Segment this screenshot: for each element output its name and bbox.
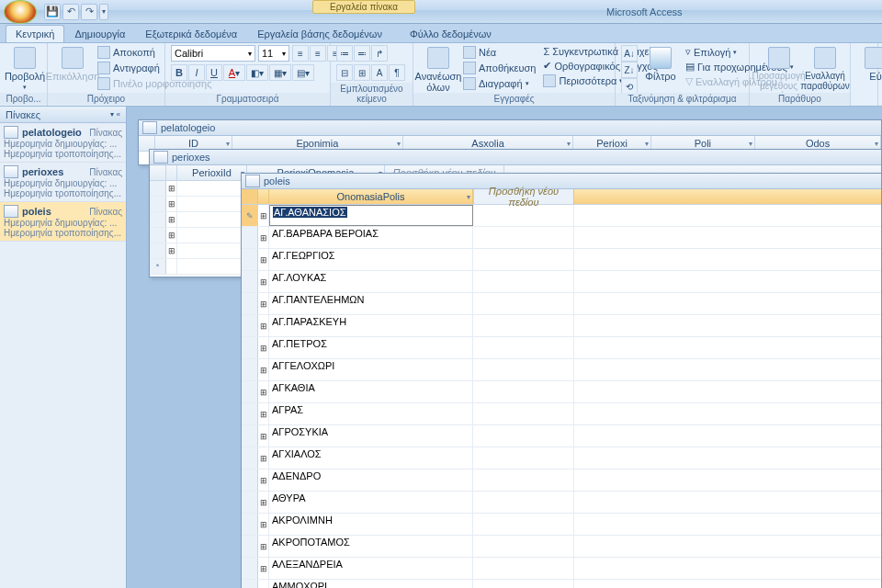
expand-button[interactable]: ⊞ [258, 558, 269, 579]
row-selector[interactable]: * [150, 259, 166, 274]
cell[interactable] [473, 271, 574, 292]
cell[interactable] [473, 403, 574, 424]
cell[interactable] [473, 536, 574, 557]
window-poleis[interactable]: poleis OnomasiaPolis▾ Προσθήκη νέου πεδί… [241, 173, 882, 588]
cell[interactable] [473, 337, 574, 358]
table-row[interactable]: ⊞ΑΓΡΟΣΥΚΙΑ [242, 425, 881, 447]
table-row[interactable]: ⊞ΑΘΥΡΑ [242, 492, 881, 514]
cell[interactable] [177, 259, 247, 274]
row-selector[interactable] [150, 243, 166, 258]
delete-record-button[interactable]: Διαγραφή ▾ [461, 76, 537, 91]
cell[interactable]: ΑΛΕΞΑΝΔΡΕΙΑ [269, 558, 473, 579]
expand-button[interactable]: ⊞ [258, 536, 269, 557]
cell[interactable] [473, 514, 574, 535]
cell[interactable]: ΑΓ.ΠΕΤΡΟΣ [269, 337, 473, 358]
font-name-combo[interactable]: Calibri▾ [171, 45, 255, 62]
cell[interactable]: ΑΓ.ΠΑΡΑΣΚΕΥΗ [269, 315, 473, 336]
sort-asc-button[interactable]: A↓ [621, 45, 638, 62]
expand-button[interactable]: ⊞ [258, 249, 269, 270]
table-row[interactable]: ⊞ΑΚΡΟΛΙΜΝΗ [242, 514, 881, 536]
expand-button[interactable] [166, 259, 177, 274]
row-selector[interactable] [242, 249, 258, 270]
rt-btn5[interactable]: ⊞ [354, 64, 370, 81]
tab-home[interactable]: Κεντρική [6, 25, 64, 42]
italic-button[interactable]: I [188, 64, 205, 81]
cell[interactable] [473, 249, 574, 270]
tab-datasheet[interactable]: Φύλλο δεδομένων [400, 25, 502, 42]
cell[interactable] [177, 243, 247, 258]
cell[interactable]: ΑΓΧΙΑΛΟΣ [269, 447, 473, 469]
cell[interactable] [177, 197, 247, 211]
table-row[interactable]: ⊞ΑΛΕΞΑΝΔΡΕΙΑ [242, 558, 881, 580]
cell-editing[interactable]: ΑΓ.ΑΘΑΝΑΣΙΟΣ [269, 205, 473, 226]
cell[interactable]: ΑΓΡΑΣ [269, 403, 473, 424]
office-button[interactable] [4, 0, 37, 24]
expand-button[interactable]: ⊞ [258, 425, 269, 447]
table-row[interactable]: ⊞ΑΓ.ΛΟΥΚΑΣ [242, 271, 881, 293]
row-selector[interactable] [242, 227, 258, 248]
save-record-button[interactable]: Αποθήκευση [461, 61, 537, 75]
expand-button[interactable]: ⊞ [166, 228, 177, 243]
cell[interactable] [473, 381, 574, 402]
expand-button[interactable]: ⊞ [258, 580, 269, 588]
table-row[interactable]: ⊞ΑΓ.ΠΑΝΤΕΛΕΗΜΩΝ [242, 293, 881, 315]
row-selector[interactable] [242, 425, 258, 447]
table-row[interactable]: ⊞ΑΓ.ΓΕΩΡΓΙΟΣ [242, 249, 881, 271]
qat-redo-icon[interactable]: ↷ [81, 4, 97, 20]
cell[interactable] [473, 580, 574, 588]
table-row[interactable]: ⊞ΑΜΜΟΧΩΡΙ [242, 580, 881, 588]
sort-desc-button[interactable]: Z↓ [621, 62, 638, 78]
row-selector[interactable] [242, 447, 258, 469]
row-selector[interactable] [242, 514, 258, 535]
expand-button[interactable]: ⊞ [258, 227, 269, 248]
nav-header[interactable]: Πίνακες▾ « [0, 107, 126, 123]
rt-btn4[interactable]: ⊟ [336, 64, 353, 81]
tab-external[interactable]: Εξωτερικά δεδομένα [135, 25, 247, 42]
row-selector[interactable] [150, 228, 166, 243]
cell[interactable] [473, 492, 574, 513]
cell[interactable] [473, 205, 574, 226]
cell[interactable]: ΑΜΜΟΧΩΡΙ [269, 580, 473, 588]
cell[interactable] [473, 227, 574, 248]
cell[interactable] [473, 425, 574, 447]
row-selector[interactable] [150, 197, 166, 211]
cell[interactable]: ΑΘΥΡΑ [269, 492, 473, 513]
row-selector[interactable] [242, 558, 258, 579]
expand-button[interactable]: ⊞ [258, 469, 269, 491]
fill-color-button[interactable]: ◧▾ [246, 64, 268, 81]
font-color-button[interactable]: A▾ [223, 64, 245, 81]
expand-button[interactable]: ⊞ [258, 359, 269, 380]
expand-button[interactable]: ⊞ [258, 205, 269, 226]
row-selector[interactable] [242, 359, 258, 380]
new-record-button[interactable]: Νέα [461, 45, 537, 60]
cell[interactable] [473, 447, 574, 469]
expand-button[interactable]: ⊞ [258, 315, 269, 336]
table-row[interactable]: ⊞ΑΓ.ΠΑΡΑΣΚΕΥΗ [242, 315, 881, 337]
cell[interactable] [177, 181, 247, 196]
rt-btn2[interactable]: ≕ [354, 45, 370, 62]
table-row[interactable]: ⊞ΑΓΓΕΛΟΧΩΡΙ [242, 359, 881, 381]
row-selector[interactable] [150, 212, 166, 227]
table-row[interactable]: ⊞ΑΓΡΑΣ [242, 403, 881, 425]
cell[interactable]: ΑΓΡΟΣΥΚΙΑ [269, 425, 473, 447]
cell[interactable] [177, 212, 247, 227]
expand-button[interactable]: ⊞ [258, 403, 269, 424]
row-selector[interactable]: ✎ [242, 205, 258, 226]
rt-btn7[interactable]: ¶ [389, 64, 405, 81]
font-size-combo[interactable]: 11▾ [258, 45, 289, 62]
row-selector[interactable] [242, 536, 258, 557]
filter-button[interactable]: Φίλτρο [641, 45, 680, 84]
expand-button[interactable]: ⊞ [258, 514, 269, 535]
tab-create[interactable]: Δημιουργία [64, 25, 135, 42]
cell[interactable]: ΑΓΓΕΛΟΧΩΡΙ [269, 359, 473, 380]
nav-item-pelatologeio[interactable]: pelatologeioΠίνακαςΗμερομηνία δημιουργία… [0, 123, 126, 163]
table-row[interactable]: ⊞ΑΓ.ΠΕΤΡΟΣ [242, 337, 881, 359]
col-perioxiid[interactable]: PerioxiId▾ [177, 165, 247, 180]
expand-button[interactable]: ⊞ [166, 197, 177, 211]
underline-button[interactable]: U [206, 64, 222, 81]
cell[interactable] [473, 359, 574, 380]
expand-button[interactable]: ⊞ [258, 381, 269, 402]
selector-head[interactable] [150, 165, 166, 180]
tab-dbtools[interactable]: Εργαλεία βάσης δεδομένων [247, 25, 392, 42]
row-selector[interactable] [242, 469, 258, 491]
